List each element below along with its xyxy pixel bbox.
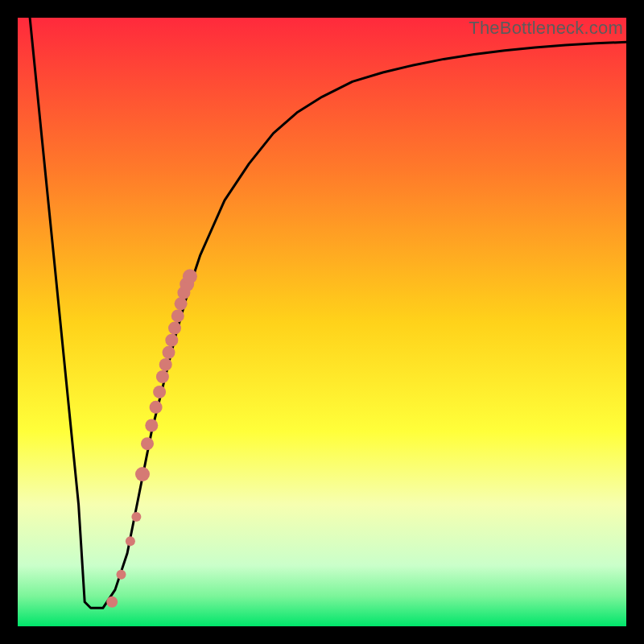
data-point bbox=[153, 386, 166, 398]
data-point bbox=[106, 597, 118, 608]
data-point bbox=[165, 334, 178, 347]
data-point bbox=[168, 322, 181, 335]
data-point bbox=[135, 467, 150, 481]
data-point bbox=[126, 536, 135, 546]
data-point bbox=[171, 309, 184, 322]
chart-svg bbox=[18, 18, 626, 626]
data-point bbox=[117, 570, 126, 580]
chart-plot-area: TheBottleneck.com bbox=[18, 18, 626, 626]
data-point bbox=[145, 419, 158, 432]
data-point bbox=[159, 358, 172, 371]
gradient-background bbox=[18, 18, 626, 626]
data-point bbox=[163, 346, 175, 359]
watermark-text: TheBottleneck.com bbox=[469, 18, 623, 39]
chart-frame: TheBottleneck.com bbox=[0, 0, 644, 644]
data-point bbox=[141, 437, 154, 450]
data-point bbox=[156, 370, 169, 383]
data-point bbox=[150, 401, 163, 414]
data-point bbox=[183, 269, 197, 283]
data-point bbox=[131, 512, 141, 522]
data-point bbox=[175, 297, 188, 310]
